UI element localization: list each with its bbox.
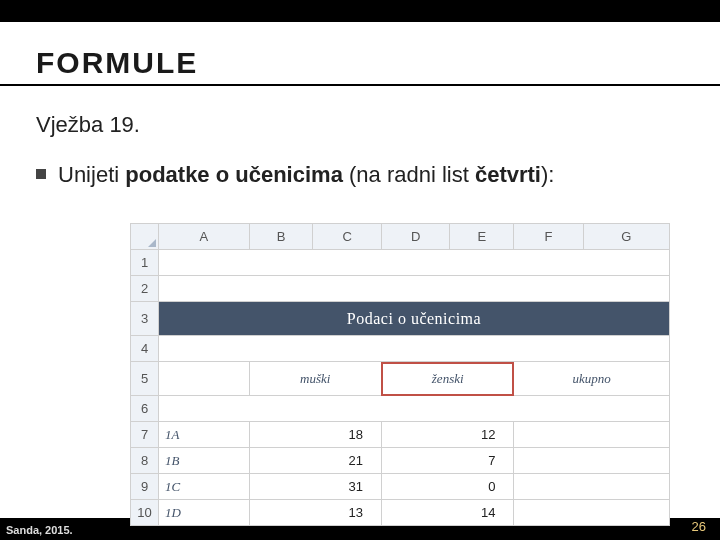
data-row: 10 1D 13 14 <box>131 500 670 526</box>
row-header[interactable]: 9 <box>131 474 159 500</box>
row-header[interactable]: 4 <box>131 336 159 362</box>
cell[interactable] <box>159 336 670 362</box>
exercise-subtitle: Vježba 19. <box>0 86 720 138</box>
cell[interactable] <box>159 362 250 396</box>
male-cell[interactable]: 21 <box>249 448 381 474</box>
female-cell[interactable]: 14 <box>381 500 513 526</box>
female-cell[interactable]: 7 <box>381 448 513 474</box>
class-cell[interactable]: 1B <box>159 448 250 474</box>
col-header[interactable]: B <box>249 224 313 250</box>
slide: FORMULE Vježba 19. Unijeti podatke o uče… <box>0 22 720 518</box>
female-cell[interactable]: 0 <box>381 474 513 500</box>
bullet-marker-icon <box>36 169 46 179</box>
header-female[interactable]: ženski <box>381 362 513 396</box>
col-header[interactable]: A <box>159 224 250 250</box>
bullet-bold2: četvrti <box>475 162 541 187</box>
class-cell[interactable]: 1C <box>159 474 250 500</box>
row-header[interactable]: 10 <box>131 500 159 526</box>
col-header[interactable]: E <box>450 224 514 250</box>
cell[interactable] <box>159 250 670 276</box>
col-header[interactable]: G <box>583 224 669 250</box>
total-cell[interactable] <box>514 448 670 474</box>
bullet-mid: (na radni list <box>343 162 475 187</box>
spreadsheet: A B C D E F G 1 2 3 Podaci o učenicima 4… <box>130 223 670 526</box>
row-header[interactable]: 5 <box>131 362 159 396</box>
bullet-bold1: podatke o učenicima <box>125 162 343 187</box>
total-cell[interactable] <box>514 500 670 526</box>
total-cell[interactable] <box>514 474 670 500</box>
class-cell[interactable]: 1A <box>159 422 250 448</box>
row-header[interactable]: 7 <box>131 422 159 448</box>
male-cell[interactable]: 13 <box>249 500 381 526</box>
footer-author: Sanda, 2015. <box>6 524 73 536</box>
select-all-corner[interactable] <box>131 224 159 250</box>
male-cell[interactable]: 31 <box>249 474 381 500</box>
header-total[interactable]: ukupno <box>514 362 670 396</box>
col-header[interactable]: F <box>514 224 583 250</box>
row-header[interactable]: 6 <box>131 396 159 422</box>
footer-page-number: 26 <box>692 519 706 534</box>
col-header[interactable]: C <box>313 224 382 250</box>
col-header[interactable]: D <box>381 224 450 250</box>
cell[interactable] <box>159 276 670 302</box>
merged-title-cell[interactable]: Podaci o učenicima <box>159 302 670 336</box>
class-cell[interactable]: 1D <box>159 500 250 526</box>
row-header[interactable]: 8 <box>131 448 159 474</box>
bullet-pre: Unijeti <box>58 162 125 187</box>
data-row: 8 1B 21 7 <box>131 448 670 474</box>
female-cell[interactable]: 12 <box>381 422 513 448</box>
col-header-row: A B C D E F G <box>131 224 670 250</box>
bullet-post: ): <box>541 162 554 187</box>
page-title: FORMULE <box>0 22 720 86</box>
spreadsheet-grid: A B C D E F G 1 2 3 Podaci o učenicima 4… <box>130 223 670 526</box>
data-row: 9 1C 31 0 <box>131 474 670 500</box>
data-row: 7 1A 18 12 <box>131 422 670 448</box>
row-header[interactable]: 3 <box>131 302 159 336</box>
header-male[interactable]: muški <box>249 362 381 396</box>
row-header[interactable]: 2 <box>131 276 159 302</box>
cell[interactable] <box>159 396 670 422</box>
bullet-text: Unijeti podatke o učenicima (na radni li… <box>58 160 554 190</box>
bullet-item: Unijeti podatke o učenicima (na radni li… <box>0 138 720 190</box>
total-cell[interactable] <box>514 422 670 448</box>
male-cell[interactable]: 18 <box>249 422 381 448</box>
row-header[interactable]: 1 <box>131 250 159 276</box>
